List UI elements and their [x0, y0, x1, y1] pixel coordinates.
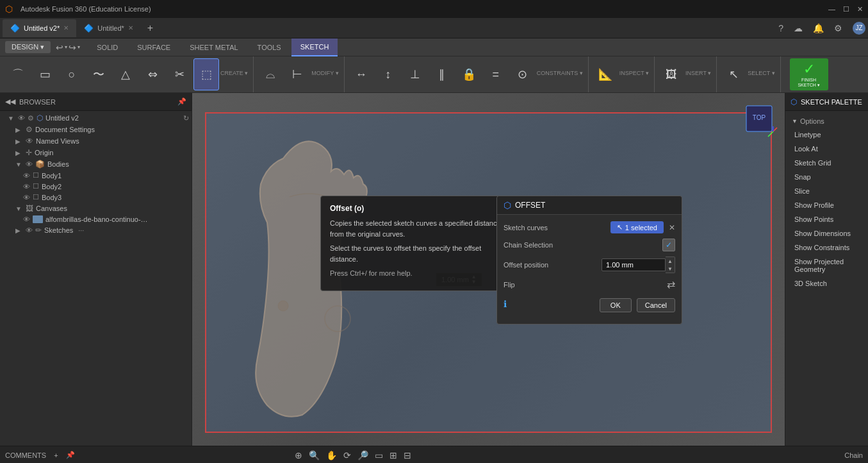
grid2-btn[interactable]: ⊟ — [404, 450, 411, 460]
insert-label[interactable]: INSERT ▾ — [685, 70, 711, 76]
palette-item-linetype[interactable]: Linetype — [785, 128, 868, 142]
grid-btn[interactable]: ⊞ — [389, 450, 397, 460]
eye-bodies[interactable]: 👁 — [26, 160, 33, 168]
tree-item-doc-settings[interactable]: ▶ ⚙ Document Settings — [0, 124, 192, 135]
finish-sketch-button[interactable]: ✓ FINISH SKETCH ▾ — [790, 58, 828, 90]
inspect-label[interactable]: INSPECT ▾ — [619, 70, 649, 76]
equal-constraint-btn[interactable]: = — [483, 58, 509, 90]
extend-btn[interactable]: ⊢ — [284, 58, 310, 90]
select-label[interactable]: SELECT ▾ — [748, 70, 774, 76]
create-label[interactable]: CREATE ▾ — [220, 70, 248, 76]
maximize-btn[interactable]: ☐ — [843, 5, 849, 13]
undo-dropdown[interactable]: ▾ — [65, 44, 67, 50]
tab-close-1[interactable]: ✕ — [63, 24, 69, 31]
tab-untitled[interactable]: 🔷 Untitled* ✕ — [76, 19, 141, 37]
palette-item-show-constraints[interactable]: Show Constraints — [785, 240, 868, 255]
user-avatar[interactable]: JZ — [853, 22, 865, 35]
comments-pin[interactable]: 📌 — [66, 451, 75, 459]
tab-sketch[interactable]: SKETCH — [291, 38, 338, 56]
palette-item-slice[interactable]: Slice — [785, 184, 868, 198]
perp-constraint-btn[interactable]: ⊥ — [402, 58, 428, 90]
cb-body1[interactable]: ☐ — [33, 171, 39, 180]
lock-constraint-btn[interactable]: 🔒 — [456, 58, 482, 90]
design-button[interactable]: DESIGN ▾ — [5, 41, 51, 53]
eye-body2[interactable]: 👁 — [23, 183, 30, 190]
undo-btn[interactable]: ↩ — [56, 42, 63, 53]
view-cube[interactable]: TOP — [740, 99, 778, 138]
palette-item-show-profile[interactable]: Show Profile — [785, 198, 868, 212]
tab-surface[interactable]: SURFACE — [128, 38, 179, 56]
tree-item-body2[interactable]: 👁 ☐ Body2 — [0, 181, 192, 192]
expand-root[interactable]: ▼ — [8, 115, 15, 122]
palette-item-show-dimensions[interactable]: Show Dimensions — [785, 226, 868, 240]
tab-close-2[interactable]: ✕ — [128, 24, 133, 31]
tree-item-canvases[interactable]: ▼ 🖼 Canvases — [0, 203, 192, 214]
clear-selection-btn[interactable]: ✕ — [669, 223, 675, 232]
vert-constraint-btn[interactable]: ↕ — [375, 58, 401, 90]
circle-tool-btn[interactable]: ○ — [59, 58, 85, 90]
tree-item-origin[interactable]: ▶ ✛ Origin — [0, 147, 192, 158]
new-tab-button[interactable]: + — [143, 22, 157, 34]
help-icon[interactable]: ? — [778, 23, 783, 33]
insert-btn[interactable]: 🖼 — [659, 58, 684, 90]
offset-spinner-down[interactable]: ▼ — [666, 265, 675, 273]
trim-tool-btn[interactable]: ✂ — [167, 58, 192, 90]
tab-solid[interactable]: SOLID — [88, 38, 127, 56]
expand-origin[interactable]: ▶ — [15, 149, 23, 156]
offset-spinner-up[interactable]: ▲ — [666, 257, 675, 265]
offset-tool-btn[interactable]: ⬚ — [193, 58, 219, 90]
comments-expand[interactable]: + — [54, 451, 58, 459]
browser-expand-icon[interactable]: ◀◀ — [5, 97, 15, 106]
tree-item-root[interactable]: ▼ 👁 ⚙ ⬡ Untitled v2 ↻ — [0, 112, 192, 124]
close-btn[interactable]: ✕ — [857, 5, 863, 13]
canvas-area[interactable]: 1.00 mm ▲ ▼ Offset (o) Copies the select… — [192, 93, 785, 446]
cb-body2[interactable]: ☐ — [33, 182, 39, 190]
eye-sketches[interactable]: 👁 — [26, 226, 33, 234]
orbit-btn[interactable]: ⟳ — [343, 450, 351, 460]
redo-btn[interactable]: ↪ — [69, 42, 76, 53]
tree-item-canvas1[interactable]: 👁 alfombrillas-de-bano-continuo-i... — [0, 214, 192, 224]
nav-cube-btn[interactable]: ⊕ — [295, 450, 302, 460]
expand-bodies[interactable]: ▼ — [15, 161, 23, 168]
horiz-constraint-btn[interactable]: ↔ — [348, 58, 374, 90]
flip-button[interactable]: ⇄ — [667, 278, 675, 290]
cloud-icon[interactable]: ☁ — [794, 23, 803, 33]
select-btn[interactable]: ↖ — [721, 58, 746, 90]
parallel-constraint-btn[interactable]: ∥ — [429, 58, 455, 90]
modify-label[interactable]: MODIFY ▾ — [311, 70, 338, 76]
tangent-constraint-btn[interactable]: ⊙ — [510, 58, 536, 90]
tab-tools[interactable]: TOOLS — [249, 38, 290, 56]
settings-root[interactable]: ⚙ — [28, 114, 34, 122]
constraints-label[interactable]: CONSTRAINTS ▾ — [537, 70, 583, 76]
bell-icon[interactable]: 🔔 — [813, 23, 824, 33]
browser-pin-icon[interactable]: 📌 — [177, 97, 186, 106]
tree-item-body3[interactable]: 👁 ☐ Body3 — [0, 192, 192, 203]
zoom2-btn[interactable]: 🔎 — [357, 450, 368, 460]
eye-root[interactable]: 👁 — [18, 114, 25, 122]
tree-item-bodies[interactable]: ▼ 👁 📦 Bodies — [0, 158, 192, 170]
rect-tool-btn[interactable]: ▭ — [32, 58, 58, 90]
eye-body3[interactable]: 👁 — [23, 194, 30, 201]
expand-views[interactable]: ▶ — [15, 138, 23, 145]
arc-tool-btn[interactable]: ⌒ — [5, 58, 31, 90]
palette-item-show-projected[interactable]: Show Projected Geometry — [785, 255, 868, 276]
tab-sheet-metal[interactable]: SHEET METAL — [181, 38, 247, 56]
fillet-btn[interactable]: ⌓ — [258, 58, 283, 90]
mirror-tool-btn[interactable]: ⇔ — [140, 58, 165, 90]
measure-btn[interactable]: 📐 — [593, 58, 618, 90]
tab-untitled-v2[interactable]: 🔷 Untitled v2* ✕ — [3, 19, 76, 37]
eye-body1[interactable]: 👁 — [23, 172, 30, 180]
redo-dropdown[interactable]: ▾ — [78, 44, 80, 50]
cb-body3[interactable]: ☐ — [33, 193, 39, 201]
refresh-root[interactable]: ↻ — [183, 114, 189, 122]
chain-selection-checkbox[interactable]: ✓ — [662, 239, 675, 251]
sketches-dots[interactable]: ··· — [78, 226, 84, 234]
hand-btn[interactable]: ✋ — [326, 450, 337, 460]
expand-sketches[interactable]: ▶ — [15, 227, 23, 234]
selected-button[interactable]: ↖ 1 selected — [610, 221, 664, 233]
window-controls[interactable]: — ☐ ✕ — [828, 5, 863, 13]
settings-icon[interactable]: ⚙ — [834, 23, 842, 33]
zoom-btn[interactable]: 🔍 — [309, 450, 320, 460]
palette-item-sketchgrid[interactable]: Sketch Grid — [785, 156, 868, 170]
tree-item-body1[interactable]: 👁 ☐ Body1 — [0, 170, 192, 181]
